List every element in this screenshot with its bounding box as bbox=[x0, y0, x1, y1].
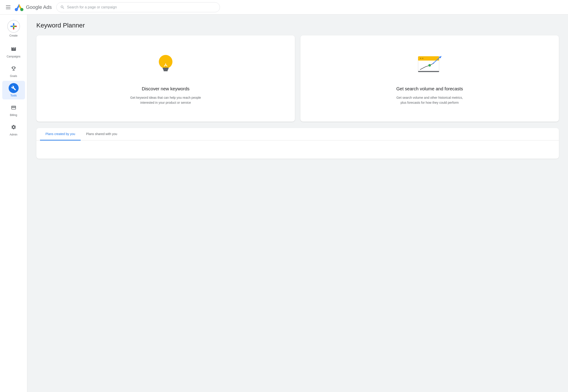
main-content: Keyword Planner Discover new keyword bbox=[27, 14, 568, 392]
svg-rect-8 bbox=[164, 70, 168, 71]
discover-keywords-card[interactable]: Discover new keywords Get keyword ideas … bbox=[36, 35, 295, 122]
discover-card-desc: Get keyword ideas that can help you reac… bbox=[129, 95, 202, 105]
tab-created-by-you[interactable]: Plans created by you bbox=[40, 128, 81, 140]
create-label: Create bbox=[9, 34, 17, 37]
top-navigation: Google Ads Search for a page or campaign bbox=[0, 0, 568, 14]
billing-label: Billing bbox=[10, 113, 17, 117]
campaigns-icon bbox=[9, 44, 19, 54]
create-button[interactable]: Create bbox=[5, 18, 22, 39]
create-circle-button[interactable] bbox=[7, 20, 20, 33]
admin-label: Admin bbox=[10, 133, 17, 136]
hamburger-line-2 bbox=[6, 7, 11, 7]
sidebar-item-goals[interactable]: Goals bbox=[2, 61, 25, 80]
svg-point-13 bbox=[420, 58, 422, 59]
svg-point-15 bbox=[428, 64, 431, 67]
svg-rect-12 bbox=[418, 59, 439, 60]
svg-rect-6 bbox=[163, 68, 169, 69]
svg-point-14 bbox=[422, 58, 423, 59]
tabs-body bbox=[36, 140, 559, 159]
campaigns-label: Campaigns bbox=[7, 55, 20, 58]
sidebar-item-tools[interactable]: Tools bbox=[2, 81, 25, 99]
search-bar[interactable]: Search for a page or campaign bbox=[56, 2, 220, 12]
admin-icon bbox=[9, 122, 19, 132]
svg-point-4 bbox=[20, 8, 23, 11]
tools-icon bbox=[9, 83, 19, 93]
sidebar-item-admin[interactable]: Admin bbox=[2, 120, 25, 139]
option-cards-row: Discover new keywords Get keyword ideas … bbox=[36, 35, 559, 122]
search-icon bbox=[60, 5, 65, 10]
forecasts-illustration bbox=[416, 51, 443, 78]
tools-label: Tools bbox=[10, 94, 16, 97]
tabs-header: Plans created by you Plans shared with y… bbox=[36, 128, 559, 140]
google-ads-logo[interactable]: Google Ads bbox=[15, 3, 52, 12]
svg-rect-18 bbox=[418, 71, 439, 72]
search-placeholder: Search for a page or campaign bbox=[67, 5, 117, 9]
plans-tabs-section: Plans created by you Plans shared with y… bbox=[36, 128, 559, 159]
goals-label: Goals bbox=[10, 74, 17, 78]
sidebar-item-billing[interactable]: Billing bbox=[2, 100, 25, 119]
sidebar: Create Campaigns Goals Tools bbox=[0, 14, 27, 392]
discover-illustration bbox=[152, 51, 179, 78]
hamburger-line-1 bbox=[6, 5, 11, 6]
svg-point-5 bbox=[159, 55, 173, 69]
tab-shared-with-you[interactable]: Plans shared with you bbox=[81, 128, 123, 140]
discover-card-title: Discover new keywords bbox=[142, 85, 189, 92]
app-title: Google Ads bbox=[26, 4, 52, 10]
forecasts-card-title: Get search volume and forecasts bbox=[396, 85, 463, 92]
sidebar-item-campaigns[interactable]: Campaigns bbox=[2, 42, 25, 60]
hamburger-line-3 bbox=[6, 9, 11, 9]
billing-icon bbox=[9, 103, 19, 112]
svg-rect-7 bbox=[163, 69, 168, 70]
google-ads-logo-icon bbox=[15, 3, 24, 12]
hamburger-menu[interactable] bbox=[4, 3, 13, 12]
forecasts-card[interactable]: Get search volume and forecasts Get sear… bbox=[300, 35, 559, 122]
goals-icon bbox=[9, 64, 19, 73]
forecasts-card-desc: Get search volume and other historical m… bbox=[393, 95, 466, 105]
create-plus-icon bbox=[11, 23, 17, 29]
page-title: Keyword Planner bbox=[36, 22, 559, 29]
